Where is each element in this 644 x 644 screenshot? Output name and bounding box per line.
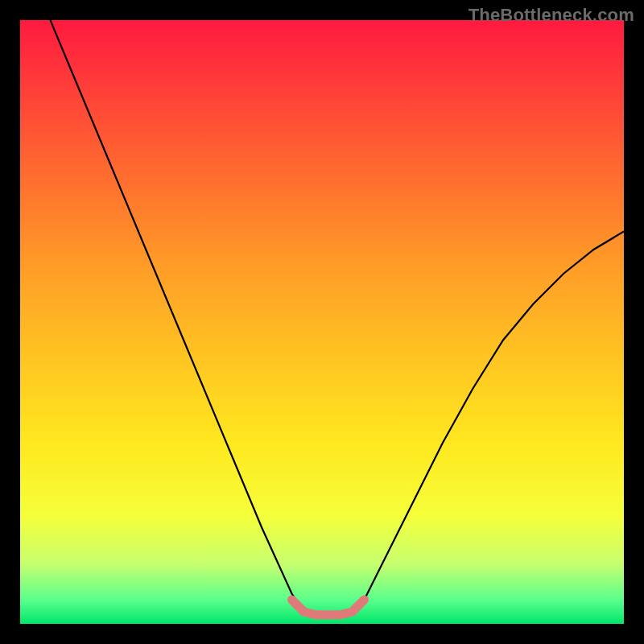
chart-frame: TheBottleneck.com [0,0,644,644]
watermark-label: TheBottleneck.com [469,5,634,26]
bottleneck-curve [51,20,625,618]
optimal-band [292,600,365,615]
plot-area [20,20,624,624]
chart-svg [20,20,624,624]
